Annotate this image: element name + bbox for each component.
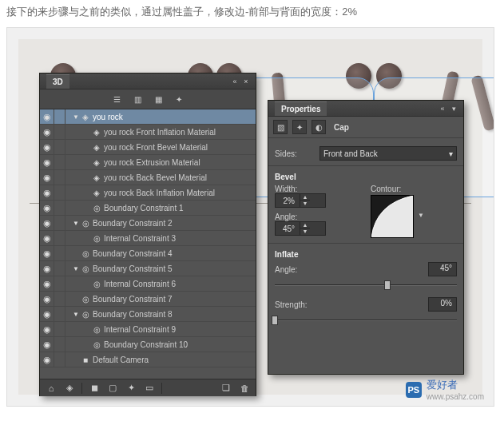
visibility-icon[interactable]: ◉ [40,292,54,306]
inflate-angle-label: Angle: [275,265,315,274]
panel-close-icon[interactable]: × [240,76,252,87]
tree-row[interactable]: ◉▼◎Boundary Constraint 8 [40,307,256,322]
visibility-icon[interactable]: ◉ [40,246,54,260]
node-type-icon: ◎ [91,340,102,349]
visibility-icon[interactable]: ◉ [40,185,54,200]
panel-menu-icon[interactable]: ▾ [448,103,459,114]
visibility-icon[interactable]: ◉ [40,216,54,230]
visibility-icon[interactable]: ◉ [40,140,54,154]
visibility-icon[interactable]: ◉ [40,125,54,139]
node-label: Boundary Constraint 8 [93,310,173,319]
panel-collapse-icon[interactable]: « [437,103,448,114]
inflate-angle-value[interactable]: 45° [428,262,457,276]
spin-up-icon[interactable]: ▲ [300,222,310,228]
light-add-icon[interactable]: ✦ [125,382,137,395]
panel-3d-tab[interactable]: 3D [46,74,69,89]
plane-icon[interactable]: ▭ [143,382,156,395]
visibility-icon[interactable]: ◉ [40,155,54,169]
properties-mode-label: Cap [334,123,349,132]
watermark: PS 爱好者 www.psahz.com [406,378,484,401]
tree-row[interactable]: ◉◎Internal Constraint 6 [40,276,256,292]
node-type-icon: ◎ [91,280,102,288]
square-icon[interactable]: ◼ [88,382,101,395]
node-type-icon: ◎ [91,204,102,213]
visibility-icon[interactable]: ◉ [40,352,54,367]
chevron-down-icon[interactable]: ▼ [418,212,424,219]
node-type-icon: ◎ [80,295,91,304]
tree-row[interactable]: ◉◎Internal Constraint 3 [40,231,256,246]
light-icon[interactable]: ✦ [173,93,185,105]
tree-row[interactable]: ◉◎Boundary Constraint 1 [40,201,256,216]
panel-3d-footer: ⌂ ◈ ◼ ▢ ✦ ▭ ❏ 🗑 [40,379,256,396]
visibility-icon[interactable]: ◉ [40,337,54,352]
node-label: Boundary Constraint 1 [104,204,184,213]
panel-3d-header: 3D « × [40,73,256,89]
tree-row[interactable]: ◉◈you rock Front Bevel Material [40,140,256,155]
twist-icon[interactable]: ▼ [72,220,80,227]
tree-row[interactable]: ◉◈you rock Back Bevel Material [40,170,256,185]
visibility-icon[interactable]: ◉ [40,170,54,185]
visibility-icon[interactable]: ◉ [40,201,54,215]
tree-row[interactable]: ◉◈you rock Back Inflation Material [40,185,256,201]
angle-label: Angle: [275,213,355,221]
visibility-icon[interactable]: ◉ [40,261,54,276]
tree-row[interactable]: ◉◈you rock Extrusion Material [40,155,256,170]
sides-label: Sides: [275,149,315,158]
tree-row[interactable]: ◉▼◎Boundary Constraint 5 [40,261,256,276]
tree-row[interactable]: ◉▼◎Boundary Constraint 2 [40,216,256,231]
tree-row[interactable]: ◉◎Boundary Constraint 7 [40,292,256,307]
watermark-name: 爱好者 [427,378,484,392]
watermark-logo: PS [406,382,422,398]
strength-value[interactable]: 0% [428,297,457,312]
trash-icon[interactable]: 🗑 [238,382,251,395]
node-type-icon: ◈ [91,173,102,182]
grid-icon[interactable]: ▦ [152,93,165,105]
spin-up-icon[interactable]: ▲ [300,194,310,201]
panel-collapse-icon[interactable]: « [229,76,240,87]
twist-icon[interactable]: ▼ [72,113,80,121]
contour-picker[interactable]: ▼ [371,195,414,238]
new-icon[interactable]: ❏ [220,382,232,395]
node-label: Boundary Constraint 2 [93,219,173,228]
panel-properties-tab[interactable]: Properties [275,101,327,116]
spin-down-icon[interactable]: ▼ [300,201,310,207]
mesh-mode-icon[interactable]: ▧ [273,120,288,134]
twist-icon[interactable]: ▼ [72,311,80,318]
visibility-icon[interactable]: ◉ [40,231,54,245]
node-type-icon: ◎ [91,234,102,243]
angle-value: 45° [276,224,300,233]
contour-curve-icon [371,196,413,237]
twist-icon[interactable]: ▼ [72,265,80,272]
visibility-icon[interactable]: ◉ [40,307,54,321]
visibility-icon[interactable]: ◉ [40,276,54,291]
spin-down-icon[interactable]: ▼ [300,228,310,235]
node-label: you rock [93,113,123,121]
inflate-angle-slider[interactable] [275,280,457,291]
tree-row[interactable]: ◉■Default Camera [40,352,256,367]
width-label: Width: [275,185,355,193]
bevel-title: Bevel [275,173,457,181]
width-field[interactable]: 2% ▲▼ [275,193,326,208]
sides-dropdown[interactable]: Front and Back ▾ [319,146,457,161]
panel-3d-tree[interactable]: ◉▼◈you rock◉◈you rock Front Inflation Ma… [40,109,256,379]
mesh-icon[interactable]: ◈ [63,382,76,395]
filter-icon[interactable]: ☰ [110,93,123,105]
tree-row[interactable]: ◉◈you rock Front Inflation Material [40,125,256,140]
node-label: you rock Back Inflation Material [104,189,215,197]
hollow-square-icon[interactable]: ▢ [106,382,119,395]
camera-icon[interactable]: ⌂ [45,382,58,395]
visibility-icon[interactable]: ◉ [40,322,54,336]
layers-icon[interactable]: ▥ [131,93,144,105]
tree-row[interactable]: ◉◎Boundary Constraint 10 [40,337,256,352]
panel-properties-header: Properties « ▾ [268,101,463,117]
tree-row[interactable]: ◉◎Internal Constraint 9 [40,322,256,337]
tree-row[interactable]: ◉▼◈you rock [40,109,256,125]
strength-slider[interactable] [275,315,457,326]
visibility-icon[interactable]: ◉ [40,109,54,124]
node-label: Internal Constraint 6 [104,280,176,288]
cap-mode-icon[interactable]: ◐ [312,120,326,134]
tree-row[interactable]: ◉◎Boundary Constraint 4 [40,246,256,261]
angle-field[interactable]: 45° ▲▼ [275,221,326,236]
deform-mode-icon[interactable]: ✦ [292,120,307,134]
watermark-url: www.psahz.com [427,392,484,401]
